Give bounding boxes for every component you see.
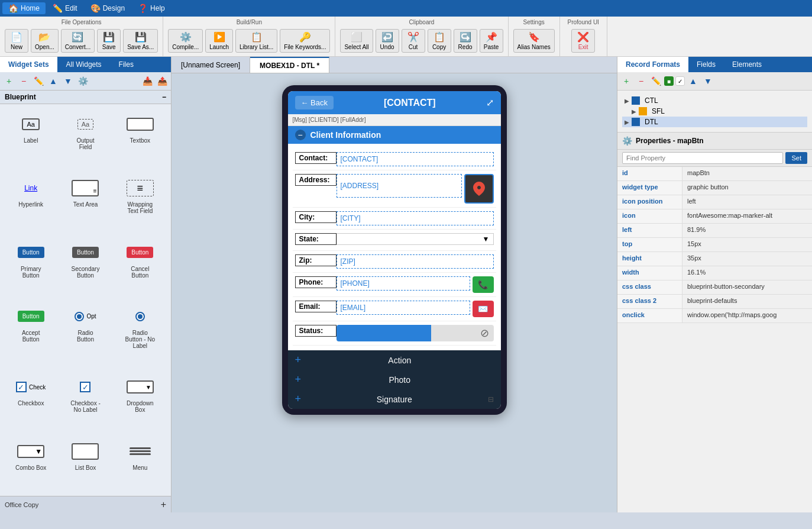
tab-all-widgets[interactable]: All Widgets	[58, 57, 111, 72]
add-format-button[interactable]: +	[620, 75, 633, 88]
tab-mobex1d-dtl[interactable]: MOBEX1D - DTL *	[250, 57, 329, 73]
phone-field[interactable]: [PHONE]	[337, 276, 470, 291]
export-button[interactable]: 📤	[156, 75, 169, 88]
cut-button[interactable]: ✂️Cut	[402, 29, 425, 53]
action-bar-signature[interactable]: + Signature ⊟	[288, 389, 501, 409]
remove-widget-button[interactable]: −	[17, 75, 30, 88]
exit-button[interactable]: ❌Exit	[571, 29, 595, 53]
widget-dropdown[interactable]: ▼ DropdownBox	[114, 372, 166, 433]
widget-primary-button[interactable]: Button PrimaryButton	[5, 237, 57, 299]
undo-button[interactable]: ↩️Undo	[376, 29, 399, 53]
new-button[interactable]: 📄New	[5, 29, 28, 53]
widget-combo-box[interactable]: ▼ Combo Box	[5, 436, 57, 491]
email-field[interactable]: [EMAIL]	[337, 301, 470, 315]
settings-widget-button[interactable]: ⚙️	[76, 75, 89, 88]
widget-output-field[interactable]: Aa OutputField	[59, 109, 111, 170]
open-button[interactable]: 📂Open...	[31, 29, 59, 53]
action-bar-photo[interactable]: + Photo	[288, 370, 501, 389]
tab-fields[interactable]: Fields	[688, 57, 724, 72]
prop-val-height[interactable]: 35px	[682, 252, 812, 266]
widget-accept-button[interactable]: Button AcceptButton	[5, 301, 57, 369]
prop-val-id[interactable]: mapBtn	[682, 167, 812, 180]
nav-design[interactable]: 🎨 Design	[85, 2, 131, 14]
tree-item-sfl[interactable]: ▶ SFL	[622, 106, 807, 117]
set-property-button[interactable]: Set	[785, 152, 807, 164]
phone-button[interactable]: 📞	[473, 276, 494, 293]
action-bar-action[interactable]: + Action	[288, 350, 501, 370]
add-widget-button[interactable]: +	[2, 75, 15, 88]
widget-menu[interactable]: Menu	[114, 436, 166, 491]
import-button[interactable]: 📥	[141, 75, 154, 88]
widget-hyperlink[interactable]: Link Hyperlink	[5, 173, 57, 234]
mobile-back-button[interactable]: ← Back	[295, 96, 334, 109]
prop-val-width[interactable]: 16.1%	[682, 266, 812, 280]
tree-item-dtl[interactable]: ▶ DTL	[622, 117, 807, 127]
tree-item-ctl[interactable]: ▶ CTL	[622, 95, 807, 106]
prop-val-css-class-2[interactable]: blueprint-defaults	[682, 295, 812, 308]
format-up-button[interactable]: ▲	[687, 75, 700, 88]
contact-field[interactable]: [CONTACT]	[337, 152, 494, 166]
tab-unnamed-screen[interactable]: [Unnamed Screen]	[172, 57, 250, 73]
widget-wrapping-text-field[interactable]: ≡ WrappingText Field	[114, 173, 166, 234]
edit-format-button[interactable]: ✏️	[649, 75, 662, 88]
widget-checkbox[interactable]: ✓ Check Checkbox	[5, 372, 57, 433]
zip-field[interactable]: [ZIP]	[337, 254, 494, 269]
office-copy-add[interactable]: +	[161, 499, 166, 510]
format-icon2[interactable]: ✓	[675, 76, 685, 86]
saveas-button[interactable]: 💾Save As...	[123, 29, 158, 53]
librarylist-button[interactable]: 📋Library List...	[235, 29, 277, 53]
textbox-widget-icon	[125, 114, 156, 135]
prop-val-onclick[interactable]: window.open('http://maps.goog	[682, 309, 812, 322]
prop-val-widget-type[interactable]: graphic button	[682, 181, 812, 195]
up-widget-button[interactable]: ▲	[47, 75, 60, 88]
find-property-input[interactable]	[622, 152, 783, 164]
redo-button[interactable]: ↪️Redo	[454, 29, 477, 53]
widget-list-box[interactable]: List Box	[59, 436, 111, 491]
tab-elements[interactable]: Elements	[724, 57, 770, 72]
blueprint-collapse[interactable]: −	[162, 93, 166, 101]
nav-home[interactable]: 🏠 Home	[2, 2, 46, 14]
convert-button[interactable]: 🔄Convert...	[61, 29, 95, 53]
widget-radio-button[interactable]: Opt RadioButton	[59, 301, 111, 369]
city-field[interactable]: [CITY]	[337, 211, 494, 225]
launch-button[interactable]: ▶️Launch	[205, 29, 233, 53]
state-dropdown[interactable]: ▼	[337, 233, 494, 245]
tab-record-formats[interactable]: Record Formats	[617, 57, 688, 72]
copy-button[interactable]: 📋Copy	[428, 29, 451, 53]
widget-radio-button-no-label[interactable]: RadioButton - NoLabel	[114, 301, 166, 369]
widget-textarea[interactable]: Text Area	[59, 173, 111, 234]
widget-checkbox-no-label[interactable]: ✓ Checkbox -No Label	[59, 372, 111, 433]
widget-cancel-button[interactable]: Button CancelButton	[114, 237, 166, 299]
prop-val-css-class[interactable]: blueprint-button-secondary	[682, 280, 812, 294]
format-down-button[interactable]: ▼	[701, 75, 714, 88]
filekeywords-button[interactable]: 🔑File Keywords...	[280, 29, 330, 53]
email-icon: ✉️	[478, 304, 488, 314]
nav-help[interactable]: ❓ Help	[132, 2, 171, 14]
prop-val-icon[interactable]: fontAwesome:map-marker-alt	[682, 209, 812, 223]
remove-format-button[interactable]: −	[635, 75, 648, 88]
widget-label[interactable]: Aa Label	[5, 109, 57, 170]
section-collapse-button[interactable]: −	[295, 130, 306, 140]
nav-edit[interactable]: ✏️ Edit	[47, 2, 83, 14]
email-button[interactable]: ✉️	[473, 301, 494, 317]
widget-textbox[interactable]: Textbox	[114, 109, 166, 170]
status-toggle[interactable]: ⊘	[337, 325, 494, 341]
down-widget-button[interactable]: ▼	[62, 75, 75, 88]
tab-widget-sets[interactable]: Widget Sets	[0, 57, 58, 72]
map-button[interactable]	[464, 174, 494, 204]
edit-widget-button[interactable]: ✏️	[32, 75, 45, 88]
tab-files[interactable]: Files	[111, 57, 143, 72]
widget-secondary-button[interactable]: Button SecondaryButton	[59, 237, 111, 299]
compile-button[interactable]: ⚙️Compile...	[168, 29, 203, 53]
prop-val-left[interactable]: 81.9%	[682, 224, 812, 237]
save-button[interactable]: 💾Save	[97, 29, 121, 53]
prop-val-icon-position[interactable]: left	[682, 195, 812, 209]
prop-val-top[interactable]: 15px	[682, 238, 812, 251]
selectall-button[interactable]: ⬜Select All	[340, 29, 373, 53]
address-field[interactable]: [ADDRESS]	[337, 174, 462, 198]
city-label: City:	[295, 211, 337, 223]
format-icon1[interactable]: ■	[664, 76, 674, 86]
paste-button[interactable]: 📌Paste	[480, 29, 503, 53]
mobile-expand-icon[interactable]: ⤢	[486, 97, 494, 108]
aliasnames-button[interactable]: 🔖Alias Names	[513, 29, 555, 53]
